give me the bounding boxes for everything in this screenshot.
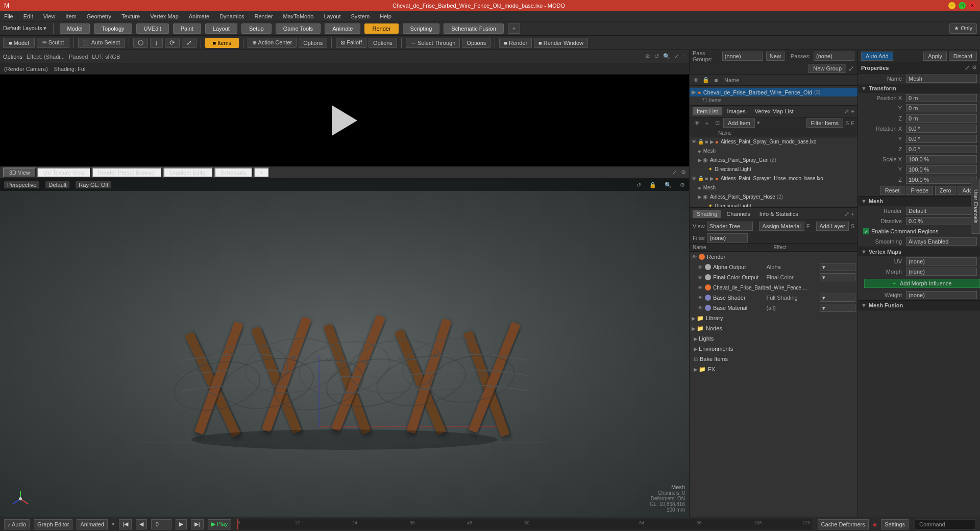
layout-tab-scripting[interactable]: Scripting: [403, 23, 440, 34]
preview-icon-expand[interactable]: ⤢: [674, 53, 679, 60]
layout-tab-schematic[interactable]: Schematic Fusion: [444, 23, 503, 34]
graph-editor-button[interactable]: Graph Editor: [34, 519, 72, 529]
preview-icon-more[interactable]: ≡: [683, 54, 686, 60]
filter-items-button[interactable]: Filter Items: [806, 118, 843, 128]
tab-channels[interactable]: Channels: [722, 210, 754, 218]
vp-tab-add[interactable]: +: [254, 167, 269, 178]
reset-button[interactable]: Reset: [880, 186, 904, 195]
auto-select-button[interactable]: ⬛ Auto Select: [78, 38, 125, 48]
preview-icon-zoom[interactable]: 🔍: [663, 53, 670, 60]
tool-btn-2[interactable]: ↕: [150, 38, 163, 48]
rot-z-value[interactable]: 0.0 °: [906, 145, 977, 153]
menu-help[interactable]: Help: [378, 12, 394, 20]
base-shader-dropdown[interactable]: ▾: [820, 294, 855, 302]
layout-tab-layout[interactable]: Layout: [205, 23, 237, 34]
vp-tab-uv[interactable]: UV Texture View: [37, 167, 91, 178]
sculpt-button[interactable]: ✏ Sculpt: [37, 38, 70, 48]
vp-icon-lock[interactable]: 🔒: [649, 182, 656, 188]
preview-icon-refresh[interactable]: ↺: [654, 53, 659, 60]
menu-view[interactable]: View: [41, 12, 58, 20]
select-through-button[interactable]: ↔ Select Through: [406, 38, 460, 48]
layout-tab-setup[interactable]: Setup: [241, 23, 272, 34]
go-to-start-button[interactable]: |◀: [119, 519, 132, 529]
tab-shading[interactable]: Shading: [693, 210, 721, 218]
final-dropdown[interactable]: ▾: [820, 273, 855, 281]
vp-tab-schematic[interactable]: Schematic: [214, 167, 253, 178]
menu-render[interactable]: Render: [252, 12, 275, 20]
weight-dropdown[interactable]: (none): [906, 291, 977, 299]
menu-animate[interactable]: Animate: [187, 12, 211, 20]
alpha-dropdown[interactable]: ▾: [820, 263, 855, 271]
tab-item-list[interactable]: Item List: [693, 107, 722, 115]
dissolve-value[interactable]: 0.0 %: [906, 217, 977, 225]
list-item[interactable]: ● Mesh: [690, 147, 857, 156]
list-item[interactable]: ✦ Directional Light: [690, 202, 857, 207]
layout-tab-topology[interactable]: Topology: [94, 23, 132, 34]
vp-settings-icon[interactable]: ⚙: [681, 169, 686, 176]
animated-button[interactable]: Animated: [77, 519, 107, 529]
only-button[interactable]: ★ Only: [949, 23, 977, 34]
apply-button[interactable]: Apply: [923, 52, 947, 61]
minimize-button[interactable]: ─: [948, 2, 955, 9]
viewport-3d[interactable]: Perspective Default Ray GL: Off ↺ 🔒 🔍 ⚙: [0, 179, 689, 517]
name-value[interactable]: Mesh: [906, 75, 977, 83]
passes-dropdown[interactable]: (none): [814, 52, 854, 61]
tool-btn-1[interactable]: ⬡: [133, 38, 148, 48]
shader-row-base-shader[interactable]: 👁 Base Shader Full Shading ▾: [690, 293, 857, 303]
menu-edit[interactable]: Edit: [21, 12, 35, 20]
auto-add-button[interactable]: Auto Add: [861, 52, 893, 61]
vp-tab-render-preset[interactable]: Render Preset Browser: [92, 167, 162, 178]
menu-vertex-map[interactable]: Vertex Map: [148, 12, 181, 20]
group-tree-item[interactable]: ▶ ● Cheval_de_Frise_Barbed_Wire_Fence_Ol…: [690, 88, 857, 96]
il-dropdown-arrow[interactable]: ▾: [757, 119, 760, 126]
list-item[interactable]: ▶ ◉ Airless_Paint_Spray_Gun (2): [690, 156, 857, 165]
options-btn-1[interactable]: Options: [299, 38, 327, 48]
il-s-icon[interactable]: S: [845, 120, 849, 126]
enable-cmd-checkbox[interactable]: ✓: [863, 228, 869, 234]
next-frame-button[interactable]: ▶: [176, 519, 187, 529]
morph-dropdown[interactable]: (none): [906, 268, 977, 276]
il-add-icon[interactable]: +: [703, 120, 711, 126]
vp-expand-icon[interactable]: ⤢: [672, 169, 677, 176]
record-icon[interactable]: ●: [873, 520, 877, 528]
scale-x-value[interactable]: 100.0 %: [906, 155, 977, 163]
tool-btn-3[interactable]: ⟳: [165, 38, 180, 48]
layout-tab-render[interactable]: Render: [364, 23, 398, 34]
tab-images[interactable]: Images: [723, 107, 750, 115]
mesh-title[interactable]: ▼ Mesh: [858, 197, 980, 206]
vp-icon-search[interactable]: 🔍: [665, 182, 672, 188]
il-f-icon[interactable]: F: [851, 120, 854, 126]
shader-row-final[interactable]: 👁 Final Color Output Final Color ▾: [690, 272, 857, 282]
scale-y-value[interactable]: 100.0 %: [906, 165, 977, 174]
groups-lock-icon[interactable]: 🔒: [702, 77, 710, 83]
list-item[interactable]: ▶ ◉ Airless_Paint_Sprayer_Hose (2): [690, 192, 857, 202]
props-expand-icon[interactable]: ⤢: [965, 64, 970, 71]
filter-dropdown[interactable]: (none): [707, 233, 748, 243]
play-button-bottom[interactable]: ▶ Play: [208, 519, 231, 529]
play-button[interactable]: [329, 105, 360, 136]
list-item[interactable]: 👁 🔒 ■ ▶ ● Airless_Paint_Spray_Gun_modo_b…: [690, 137, 857, 147]
shader-tree-dropdown[interactable]: Shader Tree: [707, 222, 753, 231]
vp-icon-settings[interactable]: ⚙: [680, 182, 685, 188]
render-dropdown[interactable]: Default: [906, 207, 977, 215]
props-settings-icon[interactable]: ⚙: [972, 64, 977, 71]
add-item-button[interactable]: Add Item: [723, 118, 755, 128]
shader-row-base-material[interactable]: 👁 Base Material (all) ▾: [690, 303, 857, 313]
menu-system[interactable]: System: [349, 12, 372, 20]
layout-tab-uvedit[interactable]: UVEdit: [136, 23, 169, 34]
prev-frame-button[interactable]: ◀: [136, 519, 147, 529]
tab-info-statistics[interactable]: Info & Statistics: [755, 210, 802, 218]
animated-dropdown-arrow[interactable]: ▾: [112, 521, 115, 527]
rot-x-value[interactable]: 0.0 °: [906, 125, 977, 133]
groups-eye-icon[interactable]: 👁: [692, 77, 700, 83]
preview-icon-settings[interactable]: ⚙: [645, 53, 650, 60]
shader-row-lights[interactable]: ▶ Lights: [690, 333, 857, 344]
shader-row-render[interactable]: 👁 Render: [690, 252, 857, 262]
vp-tab-3d[interactable]: 3D View: [3, 167, 36, 178]
item-list-settings-icon[interactable]: +: [851, 108, 854, 114]
vp-icon-reset[interactable]: ↺: [636, 182, 641, 188]
assign-material-button[interactable]: Assign Material: [759, 222, 804, 231]
mesh-fusion-title[interactable]: ▼ Mesh Fusion: [858, 301, 980, 310]
audio-button[interactable]: ♪ Audio: [4, 519, 30, 529]
il-anim-icon[interactable]: ⊡: [713, 119, 721, 126]
